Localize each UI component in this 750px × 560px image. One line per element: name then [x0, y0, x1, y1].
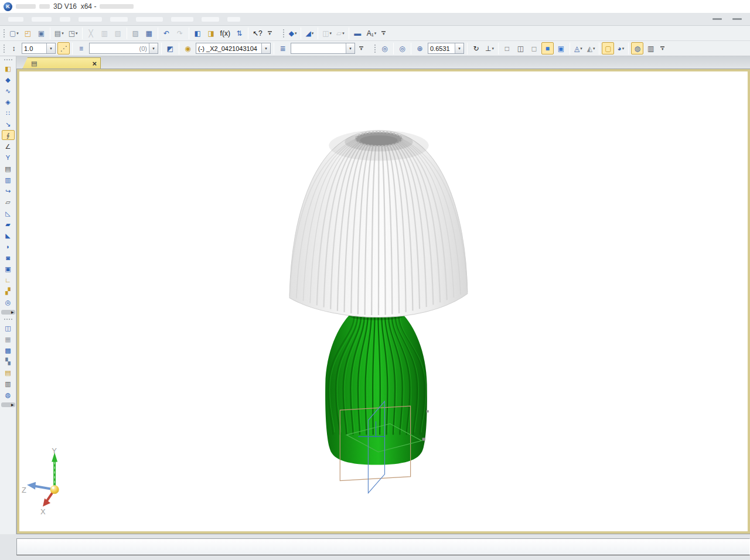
- cut-button[interactable]: ╳: [85, 27, 97, 39]
- standard-toolbar-overflow[interactable]: ▾: [266, 27, 274, 39]
- menu-item-faded[interactable]: [8, 17, 23, 22]
- specification-doc-button[interactable]: ▤: [2, 163, 15, 173]
- bend-element-button[interactable]: ↪: [2, 186, 15, 196]
- extrude-surface-button[interactable]: ◆▾: [287, 27, 299, 39]
- zoom-fit-button[interactable]: ◎: [396, 42, 408, 54]
- zoom-in-button[interactable]: ⊕: [414, 42, 426, 54]
- cone-surface-button[interactable]: ◣: [2, 230, 15, 240]
- panel-splitter[interactable]: ▶: [1, 310, 15, 315]
- 3d-viewport[interactable]: Y Z X: [17, 69, 750, 534]
- document-tab[interactable]: ▤ ×: [22, 57, 101, 69]
- toolbar-grip[interactable]: [2, 28, 5, 39]
- layer-check-button[interactable]: ◩: [164, 42, 176, 54]
- undo-button[interactable]: ↶: [161, 27, 173, 39]
- panel-grip[interactable]: [4, 59, 13, 61]
- local-cs-button[interactable]: ◉: [182, 42, 194, 54]
- model-scene[interactable]: Y Z X: [19, 71, 748, 531]
- axis-plane-button[interactable]: ◺: [2, 208, 15, 218]
- save-button[interactable]: ▣: [35, 27, 47, 39]
- orientation-globe-button[interactable]: ◍: [631, 42, 643, 54]
- tab-close-button[interactable]: ×: [92, 60, 97, 67]
- variables-window-button[interactable]: ◧: [192, 27, 204, 39]
- menu-item-faded[interactable]: [79, 17, 102, 22]
- patch-surface-button[interactable]: ◗: [2, 241, 15, 251]
- construction-plane-button[interactable]: ▱▾: [335, 27, 346, 39]
- lamp-base-model[interactable]: [325, 312, 429, 465]
- specification-button[interactable]: ▬: [352, 27, 364, 39]
- auto-dimension-button[interactable]: A₁▾: [365, 27, 379, 39]
- layer-combo-dropdown-button[interactable]: ▾: [149, 43, 158, 53]
- print-button[interactable]: ▤▾: [53, 27, 66, 39]
- table-cells-button[interactable]: ▩: [2, 345, 15, 355]
- spatial-curves-button[interactable]: ∿: [2, 86, 15, 95]
- measure-button[interactable]: ∠: [2, 141, 15, 151]
- current-state-overflow[interactable]: ▾: [357, 42, 365, 54]
- view-toolbar-overflow[interactable]: ▾: [659, 42, 666, 54]
- step-combo[interactable]: 1.0▾: [22, 43, 56, 54]
- paste-button[interactable]: ▧: [112, 27, 124, 39]
- copy-properties-button[interactable]: ▨: [129, 27, 142, 39]
- print-preview-button[interactable]: ◳▾: [67, 27, 80, 39]
- hidden-thin-view-button[interactable]: ◻: [528, 42, 540, 54]
- collections-button[interactable]: ∮: [2, 130, 15, 140]
- orientation-button[interactable]: ⊥▾: [483, 42, 496, 54]
- solid-body-button[interactable]: ◆: [2, 74, 15, 84]
- edit-part-button[interactable]: ◧: [2, 63, 15, 73]
- step-combo-dropdown-button[interactable]: ▾: [46, 43, 55, 53]
- object-filter-button[interactable]: ≣: [277, 42, 289, 54]
- report-button[interactable]: ▥: [2, 175, 15, 185]
- toolbar-grip[interactable]: [2, 43, 5, 54]
- edit-toolbar-overflow[interactable]: ▾: [380, 27, 387, 39]
- hide-components-button[interactable]: ◕▾: [615, 42, 626, 54]
- menu-item-faded[interactable]: [32, 17, 52, 22]
- lamp-shade-model[interactable]: [289, 130, 468, 317]
- new-document-button[interactable]: ▢▾: [8, 27, 21, 39]
- lcs-combo[interactable]: (-) _X2_0421043104▾: [196, 43, 271, 54]
- table-inactive-button[interactable]: ▦: [2, 334, 15, 344]
- exchange-references-button[interactable]: ⇅: [233, 27, 246, 39]
- copy-button[interactable]: ▥: [98, 27, 111, 39]
- rounding-toggle-button[interactable]: ⋰: [57, 42, 70, 54]
- inspect-rotate-button[interactable]: ◎: [2, 297, 15, 307]
- points-array-button[interactable]: ∷: [2, 108, 15, 118]
- copy-objects-button[interactable]: ▥: [2, 378, 15, 388]
- aux-planes-button[interactable]: ▞: [2, 286, 15, 296]
- toolbar-grip[interactable]: [373, 43, 376, 54]
- construction-axis-button[interactable]: ↘: [2, 119, 15, 129]
- properties-button[interactable]: ▦: [143, 27, 155, 39]
- rotate-view-button[interactable]: ↻: [470, 42, 482, 54]
- redo-button[interactable]: ↷: [174, 27, 186, 39]
- panel-splitter[interactable]: ▶: [1, 402, 15, 407]
- table-settings-button[interactable]: ▚: [2, 356, 15, 366]
- zoom-area-button[interactable]: ◎: [379, 42, 391, 54]
- menu-item-faded[interactable]: [136, 17, 163, 22]
- hidden-lines-view-button[interactable]: ◫: [514, 42, 527, 54]
- pressing-button[interactable]: ◙: [2, 252, 15, 262]
- menu-item-faded[interactable]: [110, 17, 128, 22]
- layer-combo[interactable]: (0)▾: [89, 43, 158, 54]
- pattern-button[interactable]: ◫▾: [321, 27, 333, 39]
- library-manager-button[interactable]: ◨: [205, 27, 217, 39]
- open-document-button[interactable]: ◰: [22, 27, 34, 39]
- menu-item-faded[interactable]: [202, 17, 219, 22]
- offset-plane-button[interactable]: ▰: [2, 219, 15, 229]
- toolbar-grip[interactable]: [282, 28, 285, 39]
- sheet-metal-button[interactable]: ∟: [2, 275, 15, 285]
- filter-objects-button[interactable]: Y: [2, 152, 15, 162]
- filter-combo-dropdown-button[interactable]: ▾: [346, 43, 354, 53]
- model-windows-button[interactable]: ◫: [2, 323, 15, 333]
- menu-item-faded[interactable]: [60, 17, 70, 22]
- wireframe-view-button[interactable]: □: [501, 42, 513, 54]
- filter-combo[interactable]: ▾: [291, 43, 355, 54]
- fx-variables-button[interactable]: f(x): [219, 27, 232, 39]
- menu-item-faded[interactable]: [171, 17, 193, 22]
- appearance-button[interactable]: ▥: [645, 42, 657, 54]
- menu-item-faded[interactable]: [227, 17, 240, 22]
- table-edit-button[interactable]: ▤: [2, 367, 15, 377]
- table-search-button[interactable]: ◍: [2, 390, 15, 399]
- current-step-button[interactable]: ↕: [8, 42, 20, 54]
- panel-grip[interactable]: [4, 318, 13, 320]
- surfaces-button[interactable]: ◈: [2, 97, 15, 107]
- extrude-boss-button[interactable]: ◢▾: [304, 27, 315, 39]
- box-element-button[interactable]: ▣: [2, 264, 15, 274]
